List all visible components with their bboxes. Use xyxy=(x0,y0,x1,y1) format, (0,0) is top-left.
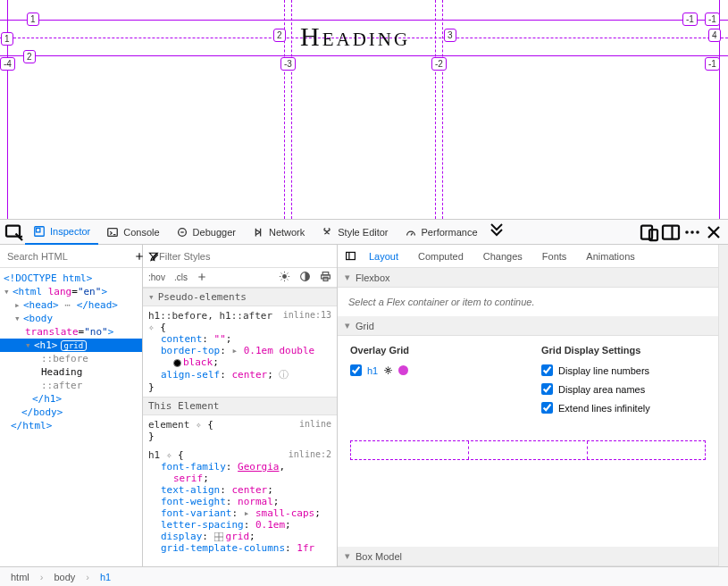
tree-node-selected[interactable]: ▾<h1>grid xyxy=(0,339,142,352)
tab-label: Performance xyxy=(422,227,478,238)
svg-point-31 xyxy=(387,369,389,372)
tab-label: Network xyxy=(269,227,305,238)
checkbox-label: Display line numbers xyxy=(558,365,649,376)
crumb-html[interactable]: html xyxy=(7,572,33,582)
layout-tab-computed[interactable]: Computed xyxy=(408,245,473,268)
h1-grid-checkbox[interactable] xyxy=(350,364,362,376)
more-button[interactable] xyxy=(682,222,703,243)
cls-button[interactable]: .cls xyxy=(174,272,188,282)
grid-col-line xyxy=(291,0,292,219)
search-html-input[interactable] xyxy=(7,251,130,262)
grid-overlay-item[interactable]: h1 xyxy=(350,364,515,376)
devtools-body: <!DOCTYPE html> ▾<html lang="en"> ▸<head… xyxy=(0,245,728,566)
svg-rect-29 xyxy=(346,252,355,259)
tree-node[interactable]: </h1> xyxy=(0,392,142,406)
grid-label: 3 xyxy=(444,29,456,42)
svg-line-19 xyxy=(287,279,288,280)
dark-scheme-button[interactable] xyxy=(299,271,311,284)
chevron-right-icon: › xyxy=(82,572,93,582)
rules-panel: :hov .cls ▾Pseudo-elements h1::before, h… xyxy=(143,245,338,566)
grid-settings-heading: Grid Display Settings xyxy=(541,345,706,356)
page-heading: Heading xyxy=(300,21,410,52)
grid-section-header[interactable]: ▾Grid xyxy=(338,316,718,336)
layout-tab-fonts[interactable]: Fonts xyxy=(532,245,577,268)
layout-tab-changes[interactable]: Changes xyxy=(473,245,532,268)
layout-panel-container: Layout Computed Changes Fonts Animations… xyxy=(338,245,728,566)
add-rule-button[interactable] xyxy=(197,272,207,284)
tree-node[interactable]: ▾<body xyxy=(0,312,142,325)
tree-node[interactable]: ::before xyxy=(0,352,142,365)
grid-label: 2 xyxy=(23,50,36,63)
crumb-body[interactable]: body xyxy=(50,572,79,582)
tab-inspector[interactable]: Inspector xyxy=(25,220,98,245)
line-numbers-checkbox[interactable] xyxy=(541,364,553,376)
grid-color-swatch[interactable] xyxy=(398,365,408,375)
tree-node[interactable]: translate="no"> xyxy=(0,325,142,339)
responsive-mode-button[interactable] xyxy=(639,222,660,243)
tab-debugger[interactable]: Debugger xyxy=(168,220,244,245)
rules-section-header[interactable]: ▾Pseudo-elements xyxy=(143,288,337,306)
pick-element-button[interactable] xyxy=(4,222,25,243)
layout-tab-layout[interactable]: Layout xyxy=(359,245,408,268)
dom-tree[interactable]: <!DOCTYPE html> ▾<html lang="en"> ▸<head… xyxy=(0,268,142,566)
rules-section-header[interactable]: This Element xyxy=(143,397,337,415)
grid-col-line xyxy=(435,0,436,219)
svg-line-21 xyxy=(287,272,288,273)
checkbox-label: Display area names xyxy=(558,384,645,395)
rules-body[interactable]: ▾Pseudo-elements h1::before, h1::afterin… xyxy=(143,288,337,566)
filter-styles-input[interactable] xyxy=(159,251,331,262)
grid-item-label: h1 xyxy=(367,365,378,376)
rules-toolbar: :hov .cls xyxy=(143,268,337,288)
html-search-row xyxy=(0,245,142,268)
tab-style-editor[interactable]: Style Editor xyxy=(313,220,396,245)
dock-button[interactable] xyxy=(660,222,682,243)
grid-label: -4 xyxy=(0,57,15,71)
tree-node[interactable]: Heading xyxy=(0,365,142,379)
tab-label: Console xyxy=(123,227,159,238)
svg-point-11 xyxy=(696,230,699,234)
tree-node[interactable]: ▾<html lang="en"> xyxy=(0,285,142,298)
svg-rect-7 xyxy=(663,225,679,239)
css-rule[interactable]: h1 ✧ {inline:2 font-family: Georgia, ser… xyxy=(143,446,337,557)
scrollbar[interactable] xyxy=(718,245,728,566)
box-model-section-header[interactable]: ▾Box Model xyxy=(338,547,718,566)
tree-node[interactable]: </html> xyxy=(0,419,142,432)
page-viewport: Heading 1 2 3 4 -4 -3 -2 -1 1 2 -1 -1 xyxy=(0,0,728,220)
tabs-overflow-button[interactable] xyxy=(486,222,507,243)
grid-label: 4 xyxy=(708,29,721,42)
tree-node[interactable]: ::after xyxy=(0,379,142,392)
extend-lines-checkbox[interactable] xyxy=(541,402,553,414)
overlay-grid-heading: Overlay Grid xyxy=(350,345,515,356)
svg-rect-3 xyxy=(108,228,118,236)
flexbox-section-header[interactable]: ▾Flexbox xyxy=(338,268,718,288)
checkbox-label: Extend lines infinitely xyxy=(558,403,650,414)
hov-button[interactable]: :hov xyxy=(148,272,165,282)
tab-console[interactable]: Console xyxy=(98,220,167,245)
tree-node[interactable]: </body> xyxy=(0,406,142,419)
layout-tab-animations[interactable]: Animations xyxy=(576,245,644,268)
crumb-h1[interactable]: h1 xyxy=(96,572,114,582)
gear-icon[interactable] xyxy=(383,365,393,375)
grid-row-line xyxy=(0,20,728,21)
light-scheme-button[interactable] xyxy=(279,271,290,284)
sidebar-toggle-button[interactable] xyxy=(341,246,359,267)
print-button[interactable] xyxy=(320,271,331,284)
tab-performance[interactable]: Performance xyxy=(397,220,486,245)
svg-point-10 xyxy=(690,230,694,234)
tree-node[interactable]: ▸<head> ⋯ </head> xyxy=(0,298,142,312)
area-names-checkbox[interactable] xyxy=(541,383,553,395)
dom-panel: <!DOCTYPE html> ▾<html lang="en"> ▸<head… xyxy=(0,245,143,566)
svg-line-20 xyxy=(280,279,281,280)
css-rule[interactable]: h1::before, h1::afterinline:13 ✧ { conte… xyxy=(143,306,337,397)
grid-row-line xyxy=(0,55,728,56)
tree-node[interactable]: <!DOCTYPE html> xyxy=(0,272,142,285)
grid-label: -1 xyxy=(705,57,720,71)
grid-label: 1 xyxy=(27,13,39,26)
tab-label: Style Editor xyxy=(338,227,388,238)
css-rule[interactable]: element ✧ {inline} xyxy=(143,415,337,446)
grid-label: 1 xyxy=(1,32,13,46)
grid-label: -1 xyxy=(682,13,698,26)
svg-rect-5 xyxy=(641,225,652,239)
close-button[interactable] xyxy=(703,222,724,243)
tab-network[interactable]: Network xyxy=(244,220,313,245)
